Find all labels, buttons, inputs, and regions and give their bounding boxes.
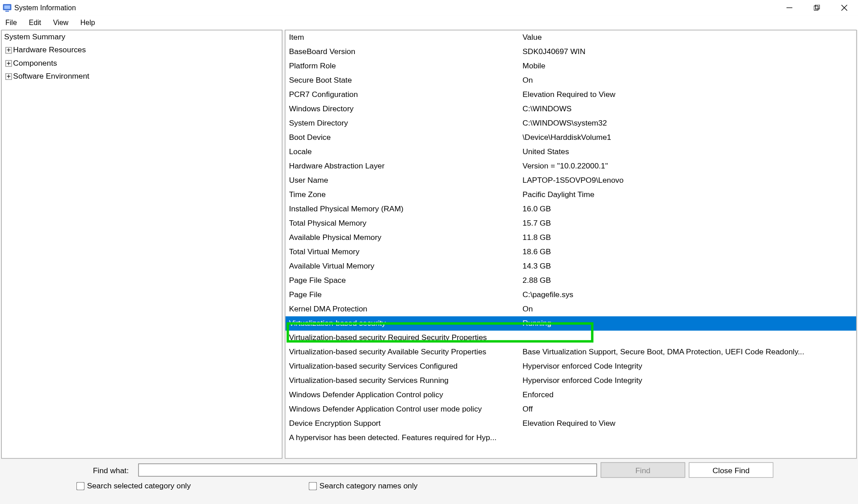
check-category-names[interactable]: Search category names only [209,481,418,490]
details-row[interactable]: Windows DirectoryC:\WINDOWS [286,102,856,116]
details-item: Total Virtual Memory [289,245,523,258]
details-item: Time Zone [289,188,523,201]
details-row[interactable]: System DirectoryC:\WINDOWS\system32 [286,116,856,130]
menubar: File Edit View Help [0,16,858,30]
details-value: LAPTOP-1S5OVPO9\Lenovo [522,174,853,187]
details-item: Locale [289,145,523,158]
details-row[interactable]: Virtualization-based securityRunning [286,316,856,331]
check-selected-category-box[interactable] [76,482,85,490]
details-value: On [522,302,853,315]
details-row[interactable]: Virtualization-based security Available … [286,345,856,359]
details-row[interactable]: User NameLAPTOP-1S5OVPO9\Lenovo [286,173,856,188]
details-value: Pacific Daylight Time [522,188,853,201]
check-category-names-box[interactable] [309,482,317,490]
details-item: Page File Space [289,274,523,287]
details-row[interactable]: Secure Boot StateOn [286,73,856,88]
expand-icon[interactable]: + [5,47,12,54]
svg-rect-1 [4,5,10,9]
details-item: Boot Device [289,131,523,144]
details-row[interactable]: Kernel DMA ProtectionOn [286,302,856,316]
tree-panel[interactable]: System Summary +Hardware Resources+Compo… [1,30,282,459]
expand-icon[interactable]: + [5,73,12,80]
details-item: PCR7 Configuration [289,88,523,101]
details-item: System Directory [289,117,523,130]
details-row[interactable]: A hypervisor has been detected. Features… [286,431,856,445]
details-row[interactable]: Total Virtual Memory18.6 GB [286,245,856,259]
check-selected-category[interactable]: Search selected category only [76,481,191,490]
details-value: Hypervisor enforced Code Integrity [522,360,853,373]
details-value: \Device\HarddiskVolume1 [522,131,853,144]
tree-item[interactable]: +Components [2,57,282,70]
details-value: Mobile [522,59,853,72]
details-value: C:\WINDOWS\system32 [522,117,853,130]
details-row[interactable]: Time ZonePacific Daylight Time [286,188,856,202]
details-row[interactable]: Installed Physical Memory (RAM)16.0 GB [286,202,856,216]
details-value: 15.7 GB [522,217,853,230]
menu-help[interactable]: Help [74,17,101,28]
details-row[interactable]: Platform RoleMobile [286,59,856,73]
details-row[interactable]: Virtualization-based security Required S… [286,331,856,345]
menu-file[interactable]: File [2,17,23,28]
details-value: C:\WINDOWS [522,102,853,115]
menu-view[interactable]: View [47,17,74,28]
close-button[interactable] [831,0,858,16]
details-item: Hardware Abstraction Layer [289,160,523,172]
window-title: System Information [14,4,76,12]
details-row[interactable]: BaseBoard VersionSDK0J40697 WIN [286,45,856,59]
minimize-button[interactable] [776,0,803,16]
header-value[interactable]: Value [522,31,853,44]
details-item: Virtualization-based security [289,317,523,330]
details-row[interactable]: Boot Device\Device\HarddiskVolume1 [286,130,856,145]
details-row[interactable]: PCR7 ConfigurationElevation Required to … [286,88,856,102]
close-find-button[interactable]: Close Find [689,462,773,478]
details-row[interactable]: LocaleUnited States [286,145,856,159]
details-item: Page File [289,288,523,301]
details-header[interactable]: Item Value [286,30,856,45]
menu-edit[interactable]: Edit [23,17,47,28]
details-value: Elevation Required to View [522,88,853,101]
details-value: 14.3 GB [522,260,853,273]
details-row[interactable]: Available Physical Memory11.8 GB [286,231,856,245]
details-row[interactable]: Virtualization-based security Services R… [286,374,856,388]
details-row[interactable]: Hardware Abstraction LayerVersion = "10.… [286,159,856,173]
check-category-names-label: Search category names only [320,481,418,490]
app-icon [2,3,12,13]
details-item: Windows Directory [289,102,523,115]
details-item: Installed Physical Memory (RAM) [289,202,523,215]
expand-icon[interactable]: + [5,60,12,67]
details-item: Windows Defender Application Control pol… [289,388,523,401]
svg-rect-4 [814,6,818,10]
find-input[interactable] [138,463,597,476]
details-row[interactable]: Device Encryption SupportElevation Requi… [286,416,856,431]
details-item: Virtualization-based security Services R… [289,374,523,387]
maximize-button[interactable] [803,0,830,16]
details-item: Virtualization-based security Services C… [289,360,523,373]
find-label: Find what: [6,466,135,475]
details-panel: Item Value BaseBoard VersionSDK0J40697 W… [285,30,857,459]
tree-root-label: System Summary [4,31,65,43]
details-value: United States [522,145,853,158]
details-item: Virtualization-based security Required S… [289,331,523,344]
details-item: User Name [289,174,523,187]
header-item[interactable]: Item [289,31,523,44]
details-row[interactable]: Available Virtual Memory14.3 GB [286,259,856,273]
details-row[interactable]: Virtualization-based security Services C… [286,359,856,374]
tree-root[interactable]: System Summary [2,30,282,43]
details-value: 18.6 GB [522,245,853,258]
details-row[interactable]: Page FileC:\pagefile.sys [286,288,856,302]
tree-item[interactable]: +Hardware Resources [2,43,282,56]
tree-item-label: Hardware Resources [13,44,86,56]
details-row[interactable]: Page File Space2.88 GB [286,273,856,288]
find-button[interactable]: Find [601,462,685,478]
details-row[interactable]: Total Physical Memory15.7 GB [286,216,856,231]
details-row[interactable]: Windows Defender Application Control use… [286,402,856,416]
details-list[interactable]: Item Value BaseBoard VersionSDK0J40697 W… [286,30,856,458]
tree-item[interactable]: +Software Environment [2,70,282,83]
details-value: Enforced [522,388,853,401]
svg-rect-2 [5,11,9,12]
details-row[interactable]: Windows Defender Application Control pol… [286,388,856,402]
details-item: BaseBoard Version [289,45,523,58]
details-value: 11.8 GB [522,231,853,244]
details-value: Off [522,403,853,416]
details-item: Device Encryption Support [289,417,523,430]
